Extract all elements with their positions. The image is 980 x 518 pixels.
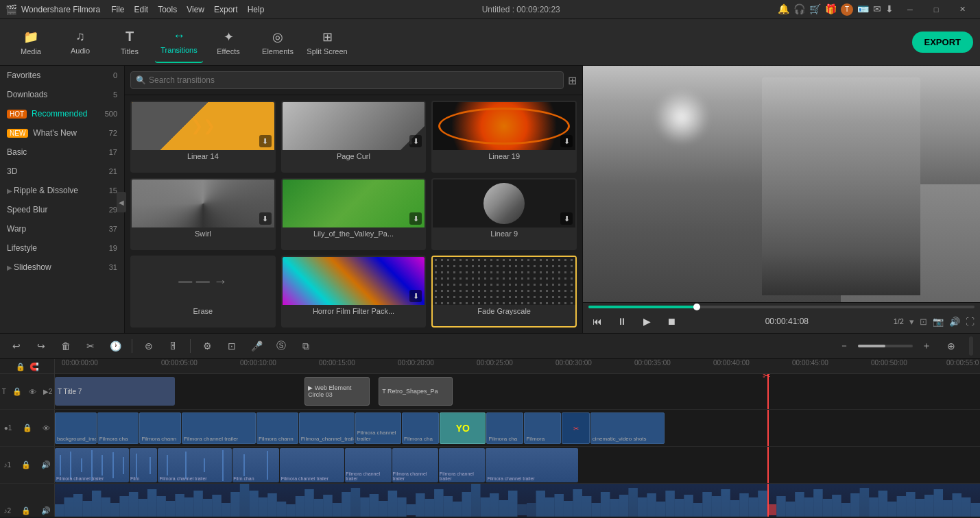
clip-cinematic[interactable]: cinematic_video shots — [590, 412, 665, 444]
audio-clip-8[interactable]: Filmora channel trailer — [439, 448, 485, 482]
title-track-lock-icon[interactable]: 🔒 — [12, 387, 22, 396]
audio-clip-3[interactable]: Filmora channel trailer — [158, 448, 232, 482]
download-icon[interactable]: ⬇ — [885, 3, 894, 16]
play-button[interactable]: ▶ — [638, 312, 656, 330]
sidebar-item-favorites[interactable]: Favorites 0 — [0, 66, 124, 85]
clip-bg[interactable]: background_image — [55, 412, 97, 444]
tab-transitions[interactable]: ↔ Transitions — [155, 22, 203, 63]
clip-webelement[interactable]: ▶ Web Element Circle 03 — [304, 377, 369, 406]
notification-icon[interactable]: 🔔 — [778, 3, 789, 16]
add-track-button[interactable]: ⊕ — [942, 336, 961, 356]
audio-clip-2[interactable]: Film — [130, 448, 157, 482]
magnet-icon[interactable]: 🧲 — [29, 362, 39, 371]
timeline-drag-handle[interactable] — [969, 336, 973, 356]
title-track-eye-icon[interactable]: 👁 — [29, 388, 36, 396]
titlebar-menu-export[interactable]: Export — [214, 5, 238, 14]
headset-icon[interactable]: 🎧 — [793, 3, 805, 16]
video-track-eye-icon[interactable]: 👁 — [43, 424, 50, 432]
maximize-button[interactable]: □ — [924, 0, 948, 19]
clip-filmora2[interactable]: Filmora chann — [139, 412, 181, 444]
audio-clip-4[interactable]: Film chan — [232, 448, 278, 482]
transition-horrorfilm[interactable]: ⬇ Horror Film Filter Pack... — [281, 256, 427, 328]
sidebar-item-slideshow[interactable]: ▶ Slideshow 31 — [0, 258, 124, 277]
titlebar-menu-file[interactable]: File — [111, 5, 124, 14]
tab-titles[interactable]: T Titles — [106, 22, 154, 63]
adjust-button[interactable]: ⊜ — [139, 336, 158, 356]
tab-elements[interactable]: ◎ Elements — [254, 22, 302, 63]
transition-lilyvalley[interactable]: ⬇ Lily_of_the_Valley_Pa... — [281, 178, 427, 250]
tab-audio[interactable]: ♫ Audio — [56, 22, 104, 63]
audio-clip-5[interactable]: Filmora channel trailer — [280, 448, 344, 482]
transition-fadegrayscale[interactable]: Fade Grayscale — [431, 256, 577, 328]
titlebar-menu-tools[interactable]: Tools — [158, 5, 177, 14]
track-settings-icon[interactable]: ⚙ — [198, 336, 217, 356]
volume-icon[interactable]: 🔊 — [949, 317, 960, 327]
clip-yo[interactable]: YO — [440, 412, 486, 444]
linear19-download-icon[interactable]: ⬇ — [560, 135, 573, 147]
grid-view-icon[interactable]: ⊞ — [568, 74, 577, 87]
subtitle-icon[interactable]: Ⓢ — [272, 336, 291, 356]
export-button[interactable]: EXPORT — [912, 32, 973, 53]
undo-button[interactable]: ↩ — [7, 336, 26, 356]
sidebar-item-3d[interactable]: 3D 21 — [0, 162, 124, 181]
clip-filmora5[interactable]: Filmora_channel_trailer — [299, 412, 355, 444]
audio-clip-7[interactable]: Filmora channel trailer — [392, 448, 438, 482]
audio-mix-button[interactable]: 🎚 — [164, 336, 183, 356]
minimize-button[interactable]: ─ — [898, 0, 922, 19]
waveform-track-lock-icon[interactable]: 🔒 — [21, 506, 31, 515]
clip-filmora1[interactable]: Filmora cha — [97, 412, 139, 444]
snapshot-icon[interactable]: 📷 — [933, 317, 944, 327]
user-icon[interactable]: T — [841, 3, 853, 16]
audio-track-lock-icon[interactable]: 🔒 — [21, 460, 31, 469]
clip-retroshapes[interactable]: T Retro_Shapes_Pa — [379, 377, 453, 406]
delete-button[interactable]: 🗑 — [56, 336, 75, 356]
clip-filmora9[interactable]: Filmora — [524, 412, 561, 444]
sidebar-item-recommended[interactable]: HOT Recommended 500 — [0, 104, 124, 123]
close-button[interactable]: ✕ — [950, 0, 975, 19]
clip-filmora8[interactable]: Filmora cha — [486, 412, 523, 444]
step-back-button[interactable]: ⏮ — [588, 312, 606, 330]
transition-linear9[interactable]: ⬇ Linear 9 — [431, 178, 577, 250]
audio-clip-9[interactable]: Filmora channel trailer — [486, 448, 578, 482]
clip-filmora6[interactable]: Filmora channel trailer — [355, 412, 401, 444]
transition-erase[interactable]: — — → Erase — [130, 256, 276, 328]
tab-splitscreen[interactable]: ⊞ Split Screen — [303, 22, 351, 63]
mail-icon[interactable]: ✉ — [873, 3, 881, 16]
waveform-track-vol-icon[interactable]: 🔊 — [41, 506, 51, 515]
gift-icon[interactable]: 🎁 — [825, 3, 837, 16]
titlebar-menu-help[interactable]: Help — [248, 5, 265, 14]
picture-in-picture-icon[interactable]: ⧉ — [296, 336, 315, 356]
transition-linear19[interactable]: ⬇ Linear 19 — [431, 101, 577, 173]
lock-icon[interactable]: 🔒 — [16, 362, 25, 371]
cart-icon[interactable]: 🛒 — [809, 3, 821, 16]
id-card-icon[interactable]: 🪪 — [857, 3, 869, 16]
video-track-lock-icon[interactable]: 🔒 — [23, 423, 32, 432]
titlebar-menu-edit[interactable]: Edit — [134, 5, 149, 14]
audio-clip-1[interactable]: Filmora channel trailer — [55, 448, 129, 482]
clip-filmora7[interactable]: Filmora cha — [402, 412, 439, 444]
sidebar-item-whatsnew[interactable]: NEW What's New 72 — [0, 123, 124, 143]
sidebar-item-basic[interactable]: Basic 17 — [0, 143, 124, 162]
search-input[interactable] — [130, 71, 564, 89]
sidebar-item-downloads[interactable]: Downloads 5 — [0, 85, 124, 104]
linear9-download-icon[interactable]: ⬇ — [560, 212, 573, 225]
redo-button[interactable]: ↪ — [32, 336, 51, 356]
zoom-in-button[interactable]: ＋ — [917, 336, 936, 356]
sidebar-item-lifestyle[interactable]: Lifestyle 19 — [0, 238, 124, 258]
pagecurl-download-icon[interactable]: ⬇ — [409, 135, 422, 147]
sidebar-item-speedblur[interactable]: Speed Blur 29 — [0, 200, 124, 219]
clip-filmora-cut[interactable]: ✂ — [562, 412, 589, 444]
sidebar-item-warp[interactable]: Warp 37 — [0, 219, 124, 238]
sidebar-item-ripple[interactable]: ▶ Ripple & Dissolve 15 — [0, 181, 124, 200]
stop-button[interactable]: ⏹ — [662, 312, 680, 330]
play-pause-button[interactable]: ⏸ — [613, 312, 631, 330]
clip-filmora4[interactable]: Filmora chann — [256, 412, 298, 444]
tab-effects[interactable]: ✦ Effects — [204, 22, 252, 63]
fit-screen-icon[interactable]: ⊡ — [920, 317, 927, 327]
tab-media[interactable]: 📁 Media — [7, 22, 55, 63]
microphone-icon[interactable]: 🎤 — [247, 336, 266, 356]
titlebar-menu-view[interactable]: View — [187, 5, 204, 14]
zoom-slider[interactable] — [858, 345, 913, 347]
clip-title7[interactable]: T Title 7 — [55, 377, 175, 406]
preview-dropdown-icon[interactable]: ▾ — [909, 317, 914, 327]
